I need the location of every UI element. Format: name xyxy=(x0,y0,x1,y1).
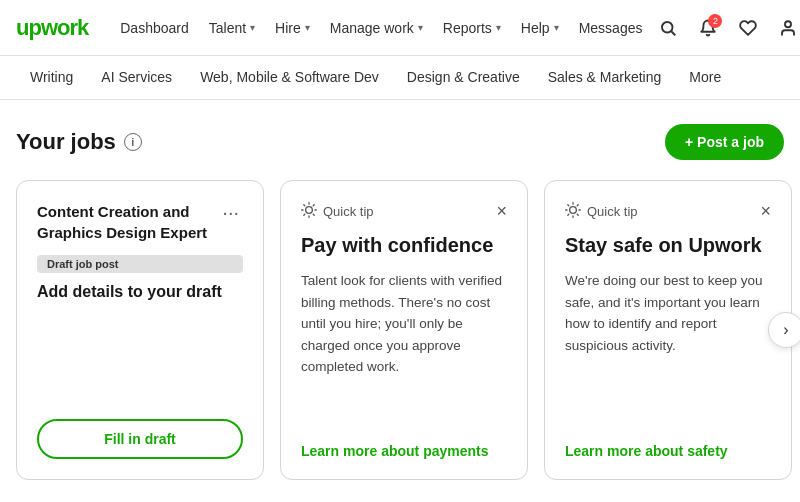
tip-card-safety: Quick tip × Stay safe on Upwork We're do… xyxy=(544,180,792,480)
job-subtitle: Add details to your draft xyxy=(37,283,243,301)
cat-more[interactable]: More xyxy=(675,56,735,100)
svg-point-12 xyxy=(570,206,577,213)
cat-web-dev[interactable]: Web, Mobile & Software Dev xyxy=(186,56,393,100)
svg-line-16 xyxy=(577,214,578,215)
tip-card-header-2: Quick tip × xyxy=(565,201,771,222)
user-icon xyxy=(779,19,797,37)
job-card-header: Content Creation and Graphics Design Exp… xyxy=(37,201,243,243)
tip-card-header: Quick tip × xyxy=(301,201,507,222)
tip-label-row: Quick tip xyxy=(301,202,374,222)
favorites-button[interactable] xyxy=(730,10,766,46)
tip-title: Pay with confidence xyxy=(301,232,507,258)
tip-body-2: We're doing our best to keep you safe, a… xyxy=(565,270,771,423)
cat-design-creative[interactable]: Design & Creative xyxy=(393,56,534,100)
svg-line-15 xyxy=(568,204,569,205)
tip-title-2: Stay safe on Upwork xyxy=(565,232,771,258)
nav-links: Dashboard Talent ▾ Hire ▾ Manage work ▾ … xyxy=(112,14,650,42)
svg-line-10 xyxy=(304,214,305,215)
info-icon[interactable]: i xyxy=(124,133,142,151)
chevron-down-icon: ▾ xyxy=(418,22,423,33)
svg-line-1 xyxy=(672,31,675,34)
nav-hire[interactable]: Hire ▾ xyxy=(267,14,318,42)
upwork-logo: upwork xyxy=(16,15,88,41)
tip-label-2: Quick tip xyxy=(587,204,638,219)
svg-line-6 xyxy=(304,204,305,205)
job-draft-card: Content Creation and Graphics Design Exp… xyxy=(16,180,264,480)
tip-link-safety[interactable]: Learn more about safety xyxy=(565,443,771,459)
notifications-button[interactable]: 2 xyxy=(690,10,726,46)
heart-icon xyxy=(739,19,757,37)
scroll-right-button[interactable]: › xyxy=(768,312,800,348)
svg-line-7 xyxy=(313,214,314,215)
svg-line-11 xyxy=(313,204,314,205)
nav-messages[interactable]: Messages xyxy=(571,14,651,42)
cat-sales-marketing[interactable]: Sales & Marketing xyxy=(534,56,676,100)
nav-manage-work[interactable]: Manage work ▾ xyxy=(322,14,431,42)
job-title: Content Creation and Graphics Design Exp… xyxy=(37,201,218,243)
svg-line-19 xyxy=(568,214,569,215)
cat-ai-services[interactable]: AI Services xyxy=(87,56,186,100)
page-header: Your jobs i + Post a job xyxy=(16,124,784,160)
close-tip2-button[interactable]: × xyxy=(760,201,771,222)
category-navigation: Writing AI Services Web, Mobile & Softwa… xyxy=(0,56,800,100)
tip-label: Quick tip xyxy=(323,204,374,219)
main-content: Your jobs i + Post a job Content Creatio… xyxy=(0,100,800,502)
post-job-button[interactable]: + Post a job xyxy=(665,124,784,160)
top-navigation: upwork Dashboard Talent ▾ Hire ▾ Manage … xyxy=(0,0,800,56)
svg-point-2 xyxy=(785,21,791,27)
more-options-button[interactable]: ··· xyxy=(218,201,243,224)
search-icon xyxy=(659,19,677,37)
nav-help[interactable]: Help ▾ xyxy=(513,14,567,42)
fill-draft-button[interactable]: Fill in draft xyxy=(37,419,243,459)
cards-row: Content Creation and Graphics Design Exp… xyxy=(16,180,784,480)
profile-button[interactable] xyxy=(770,10,800,46)
nav-reports[interactable]: Reports ▾ xyxy=(435,14,509,42)
chevron-down-icon: ▾ xyxy=(250,22,255,33)
notification-badge: 2 xyxy=(708,14,722,28)
search-button[interactable] xyxy=(650,10,686,46)
scroll-arrow-container: › xyxy=(768,312,800,348)
svg-point-3 xyxy=(306,206,313,213)
chevron-down-icon: ▾ xyxy=(554,22,559,33)
cat-writing[interactable]: Writing xyxy=(16,56,87,100)
chevron-down-icon: ▾ xyxy=(496,22,501,33)
nav-talent[interactable]: Talent ▾ xyxy=(201,14,263,42)
draft-badge: Draft job post xyxy=(37,255,243,273)
tip-body: Talent look for clients with verified bi… xyxy=(301,270,507,423)
tip-label-row-2: Quick tip xyxy=(565,202,638,222)
nav-icon-group: 2 xyxy=(650,10,800,46)
tip-link-payments[interactable]: Learn more about payments xyxy=(301,443,507,459)
page-title: Your jobs i xyxy=(16,129,142,155)
close-tip1-button[interactable]: × xyxy=(496,201,507,222)
bulb-icon xyxy=(301,202,317,222)
nav-dashboard[interactable]: Dashboard xyxy=(112,14,197,42)
bulb-icon-2 xyxy=(565,202,581,222)
tip-card-payments: Quick tip × Pay with confidence Talent l… xyxy=(280,180,528,480)
svg-line-20 xyxy=(577,204,578,205)
chevron-down-icon: ▾ xyxy=(305,22,310,33)
